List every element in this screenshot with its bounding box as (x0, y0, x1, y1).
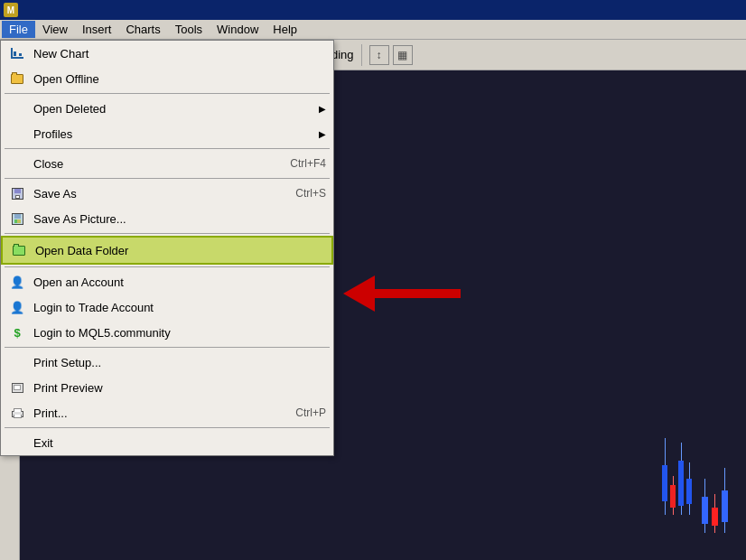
new-chart-icon (8, 44, 26, 62)
title-bar: M (0, 0, 746, 20)
menu-print[interactable]: Print... Ctrl+P (1, 400, 333, 425)
menu-item-help[interactable]: Help (266, 21, 304, 38)
candlesticks-center (662, 438, 692, 515)
open-deleted-arrow: ▶ (319, 104, 326, 114)
login-mql5-label: Login to MQL5.community (33, 326, 326, 340)
profiles-icon (8, 125, 26, 143)
menu-close[interactable]: Close Ctrl+F4 (1, 151, 333, 176)
save-as-shortcut: Ctrl+S (277, 187, 326, 200)
close-label: Close (33, 157, 272, 171)
menu-open-data-folder[interactable]: Open Data Folder (1, 236, 333, 265)
candlesticks-right (702, 468, 737, 533)
menu-login-trade[interactable]: 👤 Login to Trade Account (1, 294, 333, 320)
save-as-picture-icon (8, 210, 26, 228)
print-preview-icon (8, 378, 26, 397)
save-as-label: Save As (33, 187, 277, 201)
menu-open-account[interactable]: 👤 Open an Account (1, 269, 333, 294)
profiles-arrow: ▶ (319, 129, 326, 139)
login-trade-icon: 👤 (8, 298, 26, 316)
close-icon (8, 154, 26, 173)
open-offline-icon (8, 70, 26, 88)
app-icon: M (4, 3, 18, 17)
separator-1 (5, 93, 330, 94)
menu-print-setup[interactable]: Print Setup... (1, 350, 333, 375)
toolbar-separator-3 (361, 44, 362, 66)
menu-exit[interactable]: Exit (1, 430, 333, 455)
print-icon (8, 404, 26, 422)
open-data-folder-label: Open Data Folder (35, 244, 324, 257)
print-setup-icon (8, 353, 26, 371)
menu-new-chart[interactable]: New Chart (1, 41, 333, 66)
open-account-icon: 👤 (8, 273, 26, 291)
svg-marker-0 (343, 275, 461, 312)
menu-profiles[interactable]: Profiles ▶ (1, 121, 333, 146)
menu-login-mql5[interactable]: $ Login to MQL5.community (1, 320, 333, 345)
menu-save-as-picture[interactable]: Save As Picture... (1, 206, 333, 231)
login-mql5-icon: $ (8, 323, 26, 341)
separator-2 (5, 148, 330, 149)
menu-item-insert[interactable]: Insert (75, 21, 119, 38)
separator-6 (5, 347, 330, 348)
menu-print-preview[interactable]: Print Preview (1, 375, 333, 400)
exit-label: Exit (33, 436, 326, 450)
menu-save-as[interactable]: Save As Ctrl+S (1, 181, 333, 206)
menu-open-offline[interactable]: Open Offline (1, 66, 333, 91)
menu-open-deleted[interactable]: Open Deleted ▶ (1, 96, 333, 121)
print-label: Print... (33, 406, 277, 420)
menu-item-file[interactable]: File (2, 21, 35, 38)
open-data-folder-icon (10, 241, 28, 259)
login-trade-label: Login to Trade Account (33, 301, 326, 314)
open-offline-label: Open Offline (33, 72, 326, 86)
file-dropdown-menu: New Chart Open Offline Open Deleted ▶ Pr… (0, 40, 334, 456)
separator-7 (5, 427, 330, 428)
open-deleted-label: Open Deleted (33, 102, 319, 116)
print-preview-label: Print Preview (33, 381, 326, 395)
exit-icon (8, 434, 26, 452)
new-chart-label: New Chart (33, 47, 326, 61)
save-as-icon (8, 184, 26, 202)
print-setup-label: Print Setup... (33, 356, 326, 369)
separator-4 (5, 233, 330, 234)
profiles-label: Profiles (33, 127, 319, 141)
menu-item-view[interactable]: View (35, 21, 75, 38)
toolbar-icon-8[interactable]: ↕ (369, 45, 389, 65)
open-account-label: Open an Account (33, 275, 326, 289)
separator-3 (5, 178, 330, 179)
red-arrow (343, 271, 470, 319)
menu-bar: File View Insert Charts Tools Window Hel… (0, 20, 746, 40)
toolbar-icon-9[interactable]: ▦ (393, 45, 413, 65)
print-shortcut: Ctrl+P (277, 406, 326, 419)
menu-item-tools[interactable]: Tools (168, 21, 210, 38)
separator-5 (5, 266, 330, 267)
save-as-picture-label: Save As Picture... (33, 212, 326, 226)
menu-item-window[interactable]: Window (210, 21, 266, 38)
menu-item-charts[interactable]: Charts (118, 21, 167, 38)
open-deleted-icon (8, 99, 26, 117)
close-shortcut: Ctrl+F4 (272, 157, 326, 170)
